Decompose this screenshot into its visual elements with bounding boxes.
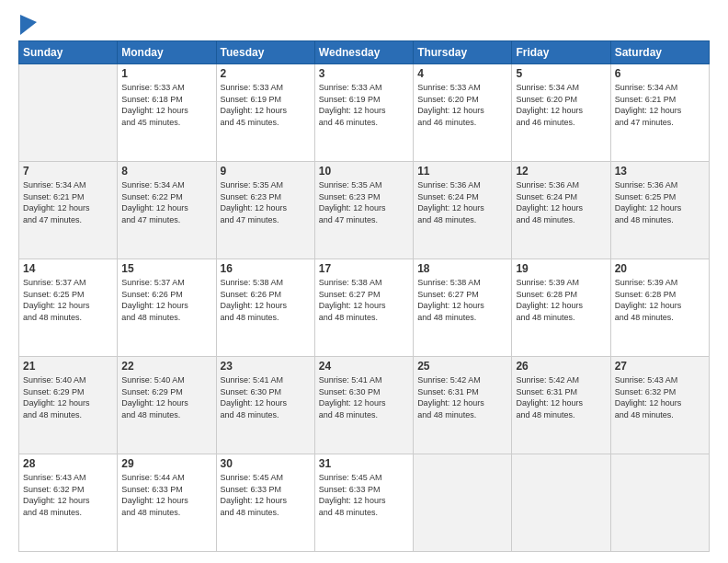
calendar-week-row: 1Sunrise: 5:33 AMSunset: 6:18 PMDaylight… bbox=[19, 64, 710, 162]
calendar-cell: 25Sunrise: 5:42 AMSunset: 6:31 PMDayligh… bbox=[414, 357, 512, 454]
cell-day-number: 26 bbox=[516, 360, 606, 373]
cell-daylight-info: Sunrise: 5:33 AMSunset: 6:19 PMDaylight:… bbox=[319, 82, 409, 128]
calendar-cell: 9Sunrise: 5:35 AMSunset: 6:23 PMDaylight… bbox=[216, 162, 314, 259]
cell-daylight-info: Sunrise: 5:36 AMSunset: 6:25 PMDaylight:… bbox=[615, 179, 705, 225]
col-header-tuesday: Tuesday bbox=[216, 41, 314, 64]
calendar-week-row: 28Sunrise: 5:43 AMSunset: 6:32 PMDayligh… bbox=[19, 454, 710, 552]
calendar-header-row: SundayMondayTuesdayWednesdayThursdayFrid… bbox=[19, 41, 710, 64]
cell-daylight-info: Sunrise: 5:42 AMSunset: 6:31 PMDaylight:… bbox=[417, 374, 507, 420]
calendar-week-row: 21Sunrise: 5:40 AMSunset: 6:29 PMDayligh… bbox=[19, 357, 710, 454]
calendar-cell: 24Sunrise: 5:41 AMSunset: 6:30 PMDayligh… bbox=[314, 357, 413, 454]
cell-day-number: 24 bbox=[319, 360, 409, 373]
cell-day-number: 23 bbox=[221, 360, 311, 373]
cell-daylight-info: Sunrise: 5:33 AMSunset: 6:19 PMDaylight:… bbox=[221, 82, 311, 128]
col-header-monday: Monday bbox=[118, 41, 216, 64]
calendar-cell: 16Sunrise: 5:38 AMSunset: 6:26 PMDayligh… bbox=[216, 259, 314, 357]
calendar-cell: 19Sunrise: 5:39 AMSunset: 6:28 PMDayligh… bbox=[512, 259, 610, 357]
cell-daylight-info: Sunrise: 5:43 AMSunset: 6:32 PMDaylight:… bbox=[23, 472, 113, 518]
cell-day-number: 22 bbox=[121, 360, 211, 373]
cell-daylight-info: Sunrise: 5:45 AMSunset: 6:33 PMDaylight:… bbox=[221, 472, 311, 518]
calendar-cell: 18Sunrise: 5:38 AMSunset: 6:27 PMDayligh… bbox=[414, 259, 512, 357]
cell-daylight-info: Sunrise: 5:34 AMSunset: 6:20 PMDaylight:… bbox=[516, 82, 606, 128]
cell-daylight-info: Sunrise: 5:41 AMSunset: 6:30 PMDaylight:… bbox=[319, 374, 409, 420]
col-header-saturday: Saturday bbox=[610, 41, 709, 64]
calendar-cell: 28Sunrise: 5:43 AMSunset: 6:32 PMDayligh… bbox=[19, 454, 118, 552]
cell-daylight-info: Sunrise: 5:40 AMSunset: 6:29 PMDaylight:… bbox=[121, 374, 211, 420]
cell-day-number: 13 bbox=[615, 165, 705, 178]
cell-daylight-info: Sunrise: 5:39 AMSunset: 6:28 PMDaylight:… bbox=[516, 277, 606, 323]
calendar-cell: 22Sunrise: 5:40 AMSunset: 6:29 PMDayligh… bbox=[118, 357, 216, 454]
cell-daylight-info: Sunrise: 5:34 AMSunset: 6:21 PMDaylight:… bbox=[615, 82, 705, 128]
calendar-cell: 29Sunrise: 5:44 AMSunset: 6:33 PMDayligh… bbox=[118, 454, 216, 552]
cell-day-number: 5 bbox=[516, 67, 606, 80]
cell-day-number: 20 bbox=[615, 262, 705, 275]
cell-day-number: 17 bbox=[319, 262, 409, 275]
calendar-cell: 12Sunrise: 5:36 AMSunset: 6:24 PMDayligh… bbox=[512, 162, 610, 259]
calendar-cell: 27Sunrise: 5:43 AMSunset: 6:32 PMDayligh… bbox=[610, 357, 709, 454]
cell-daylight-info: Sunrise: 5:42 AMSunset: 6:31 PMDaylight:… bbox=[516, 374, 606, 420]
calendar-cell: 23Sunrise: 5:41 AMSunset: 6:30 PMDayligh… bbox=[216, 357, 314, 454]
calendar-week-row: 14Sunrise: 5:37 AMSunset: 6:25 PMDayligh… bbox=[19, 259, 710, 357]
cell-day-number: 21 bbox=[23, 360, 113, 373]
calendar-cell bbox=[414, 454, 512, 552]
cell-day-number: 10 bbox=[319, 165, 409, 178]
cell-day-number: 15 bbox=[121, 262, 211, 275]
cell-day-number: 1 bbox=[121, 67, 211, 80]
calendar-cell: 5Sunrise: 5:34 AMSunset: 6:20 PMDaylight… bbox=[512, 64, 610, 162]
calendar-cell: 2Sunrise: 5:33 AMSunset: 6:19 PMDaylight… bbox=[216, 64, 314, 162]
calendar-cell: 30Sunrise: 5:45 AMSunset: 6:33 PMDayligh… bbox=[216, 454, 314, 552]
cell-daylight-info: Sunrise: 5:37 AMSunset: 6:26 PMDaylight:… bbox=[121, 277, 211, 323]
cell-daylight-info: Sunrise: 5:41 AMSunset: 6:30 PMDaylight:… bbox=[221, 374, 311, 420]
cell-daylight-info: Sunrise: 5:34 AMSunset: 6:22 PMDaylight:… bbox=[121, 179, 211, 225]
cell-daylight-info: Sunrise: 5:35 AMSunset: 6:23 PMDaylight:… bbox=[221, 179, 311, 225]
logo bbox=[18, 17, 37, 35]
calendar-cell: 11Sunrise: 5:36 AMSunset: 6:24 PMDayligh… bbox=[414, 162, 512, 259]
calendar-cell: 4Sunrise: 5:33 AMSunset: 6:20 PMDaylight… bbox=[414, 64, 512, 162]
cell-day-number: 31 bbox=[319, 457, 409, 470]
calendar-cell: 10Sunrise: 5:35 AMSunset: 6:23 PMDayligh… bbox=[314, 162, 413, 259]
calendar-week-row: 7Sunrise: 5:34 AMSunset: 6:21 PMDaylight… bbox=[19, 162, 710, 259]
cell-daylight-info: Sunrise: 5:37 AMSunset: 6:25 PMDaylight:… bbox=[23, 277, 113, 323]
col-header-wednesday: Wednesday bbox=[314, 41, 413, 64]
cell-daylight-info: Sunrise: 5:35 AMSunset: 6:23 PMDaylight:… bbox=[319, 179, 409, 225]
cell-daylight-info: Sunrise: 5:39 AMSunset: 6:28 PMDaylight:… bbox=[615, 277, 705, 323]
cell-day-number: 2 bbox=[221, 67, 311, 80]
cell-daylight-info: Sunrise: 5:38 AMSunset: 6:27 PMDaylight:… bbox=[417, 277, 507, 323]
calendar-cell bbox=[19, 64, 118, 162]
cell-day-number: 4 bbox=[417, 67, 507, 80]
cell-daylight-info: Sunrise: 5:43 AMSunset: 6:32 PMDaylight:… bbox=[615, 374, 705, 420]
cell-daylight-info: Sunrise: 5:33 AMSunset: 6:20 PMDaylight:… bbox=[417, 82, 507, 128]
calendar-cell bbox=[610, 454, 709, 552]
calendar-page: SundayMondayTuesdayWednesdayThursdayFrid… bbox=[0, 0, 728, 563]
calendar-cell: 13Sunrise: 5:36 AMSunset: 6:25 PMDayligh… bbox=[610, 162, 709, 259]
calendar-cell: 7Sunrise: 5:34 AMSunset: 6:21 PMDaylight… bbox=[19, 162, 118, 259]
cell-day-number: 16 bbox=[221, 262, 311, 275]
cell-daylight-info: Sunrise: 5:45 AMSunset: 6:33 PMDaylight:… bbox=[319, 472, 409, 518]
calendar-cell: 6Sunrise: 5:34 AMSunset: 6:21 PMDaylight… bbox=[610, 64, 709, 162]
calendar-cell: 26Sunrise: 5:42 AMSunset: 6:31 PMDayligh… bbox=[512, 357, 610, 454]
logo-icon bbox=[20, 15, 37, 35]
cell-daylight-info: Sunrise: 5:36 AMSunset: 6:24 PMDaylight:… bbox=[516, 179, 606, 225]
cell-daylight-info: Sunrise: 5:38 AMSunset: 6:26 PMDaylight:… bbox=[221, 277, 311, 323]
cell-day-number: 11 bbox=[417, 165, 507, 178]
calendar-cell: 1Sunrise: 5:33 AMSunset: 6:18 PMDaylight… bbox=[118, 64, 216, 162]
calendar-cell: 8Sunrise: 5:34 AMSunset: 6:22 PMDaylight… bbox=[118, 162, 216, 259]
cell-day-number: 6 bbox=[615, 67, 705, 80]
cell-day-number: 19 bbox=[516, 262, 606, 275]
calendar-cell: 31Sunrise: 5:45 AMSunset: 6:33 PMDayligh… bbox=[314, 454, 413, 552]
cell-day-number: 30 bbox=[221, 457, 311, 470]
cell-day-number: 27 bbox=[615, 360, 705, 373]
calendar-cell: 3Sunrise: 5:33 AMSunset: 6:19 PMDaylight… bbox=[314, 64, 413, 162]
calendar-cell: 20Sunrise: 5:39 AMSunset: 6:28 PMDayligh… bbox=[610, 259, 709, 357]
calendar-cell bbox=[512, 454, 610, 552]
cell-day-number: 7 bbox=[23, 165, 113, 178]
col-header-sunday: Sunday bbox=[19, 41, 118, 64]
cell-day-number: 25 bbox=[417, 360, 507, 373]
calendar-cell: 15Sunrise: 5:37 AMSunset: 6:26 PMDayligh… bbox=[118, 259, 216, 357]
cell-day-number: 8 bbox=[121, 165, 211, 178]
cell-day-number: 28 bbox=[23, 457, 113, 470]
cell-daylight-info: Sunrise: 5:38 AMSunset: 6:27 PMDaylight:… bbox=[319, 277, 409, 323]
cell-day-number: 3 bbox=[319, 67, 409, 80]
calendar-table: SundayMondayTuesdayWednesdayThursdayFrid… bbox=[18, 40, 710, 552]
cell-daylight-info: Sunrise: 5:36 AMSunset: 6:24 PMDaylight:… bbox=[417, 179, 507, 225]
